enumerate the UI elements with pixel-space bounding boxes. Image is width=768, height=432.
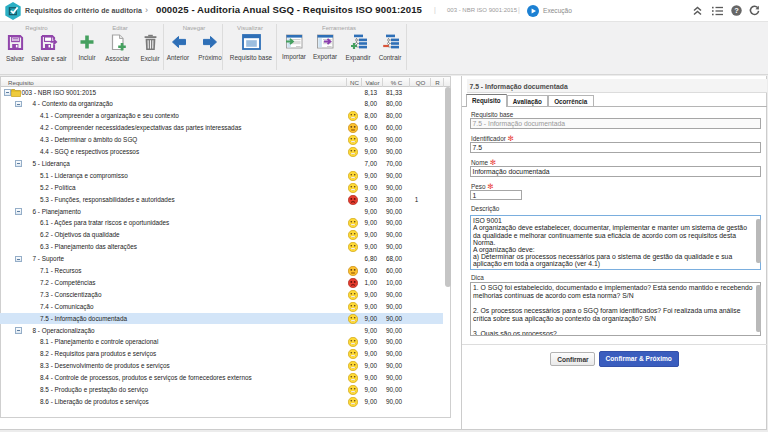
svg-text:?: ? (734, 6, 739, 15)
